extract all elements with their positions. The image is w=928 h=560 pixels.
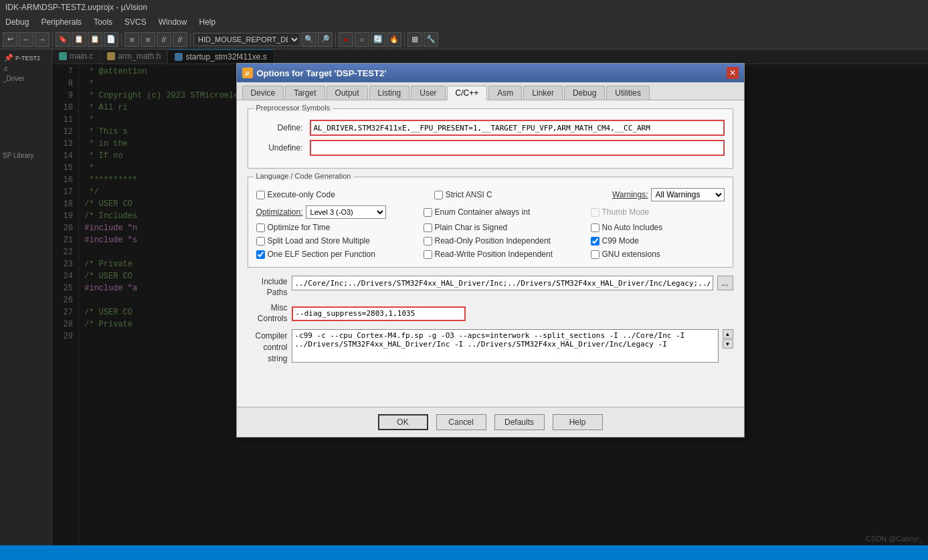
thumb-checkbox[interactable] (591, 208, 599, 217)
dialog-titlebar-left: µ Options for Target 'DSP-TEST2' (242, 68, 387, 78)
toolbar-back[interactable]: ← (19, 32, 33, 47)
warnings-select[interactable]: All Warnings No Warnings MISRA compatibl… (651, 188, 725, 201)
misc-row: Misc Controls (248, 303, 733, 324)
pin-icon: 📌 (4, 54, 13, 62)
toolbar-copy3[interactable]: 📄 (104, 32, 118, 47)
toolbar-sep-3 (190, 33, 191, 46)
enum-label: Enum Container always int (435, 207, 531, 217)
warnings-col: Warnings: All Warnings No Warnings MISRA… (612, 188, 725, 201)
compiler-scroll-up[interactable]: ▲ (723, 329, 733, 339)
opt-select[interactable]: Level 3 (-O3) Level 0 (-O0) Level 1 (-O1… (306, 205, 386, 219)
toolbar-search1[interactable]: 🔍 (302, 32, 316, 47)
menu-debug[interactable]: Debug (0, 17, 34, 27)
execute-only-row: Execute-only Code (256, 190, 429, 199)
gnu-checkbox[interactable] (591, 250, 599, 259)
tab-linker[interactable]: Linker (523, 86, 563, 100)
toolbar-forward[interactable]: → (35, 32, 50, 47)
read-write-label: Read-Write Position Independent (435, 250, 553, 259)
ok-button[interactable]: OK (378, 414, 428, 430)
tab-output[interactable]: Output (327, 86, 368, 100)
tab-listing[interactable]: Listing (369, 86, 410, 100)
opt-label: Optimization: (256, 207, 303, 217)
undefine-label: Undefine: (256, 143, 303, 153)
enum-col: Enum Container always int (424, 207, 585, 217)
opt-time-checkbox-row: Optimize for Time (256, 223, 418, 232)
toolbar-search2[interactable]: 🔎 (318, 32, 333, 47)
split-label: Split Load and Store Multiple (268, 236, 370, 246)
compiler-scroll-down[interactable]: ▼ (723, 339, 733, 349)
dialog-content: Preprocessor Symbols Define: Undefine: (237, 100, 744, 407)
undefine-field-container (310, 140, 725, 156)
toolbar-align1[interactable]: ≡ (124, 32, 139, 47)
plain-char-row: Plain Char is Signed (424, 223, 585, 232)
include-browse-button[interactable]: ... (717, 276, 733, 290)
menu-peripherals[interactable]: Peripherals (35, 17, 87, 27)
elf-row: One ELF Section per Function Read-Write … (256, 250, 725, 259)
toolbar-circle[interactable]: ○ (355, 32, 369, 47)
toolbar-align4[interactable]: // (173, 32, 187, 47)
misc-input[interactable] (292, 306, 466, 321)
opt-time-col: Optimize for Time (256, 223, 418, 232)
read-only-checkbox[interactable] (424, 237, 432, 246)
include-input[interactable] (292, 276, 713, 290)
preprocessor-label: Preprocessor Symbols (254, 104, 333, 112)
c99-checkbox[interactable] (591, 237, 599, 246)
no-auto-checkbox[interactable] (591, 223, 599, 232)
tab-debug[interactable]: Debug (564, 86, 605, 100)
enum-checkbox[interactable] (424, 208, 432, 217)
defaults-button[interactable]: Defaults (494, 414, 545, 430)
execute-only-checkbox[interactable] (256, 191, 265, 199)
tab-cpp[interactable]: C/C++ (447, 86, 488, 100)
gnu-row: GNU extensions (591, 250, 725, 259)
toolbar-copy1[interactable]: 📋 (72, 32, 86, 47)
compiler-input[interactable]: -c99 -c --cpu Cortex-M4.fp.sp -g -O3 --a… (292, 329, 719, 363)
elf-checkbox[interactable] (256, 250, 265, 259)
tab-asm[interactable]: Asm (488, 86, 522, 100)
sidebar-item-project[interactable]: 📌 P-TEST2 (0, 52, 52, 64)
plain-char-col: Plain Char is Signed (424, 223, 585, 232)
read-only-col: Read-Only Position Independent (424, 236, 585, 246)
toolbar-align2[interactable]: ≡ (141, 32, 155, 47)
dialog-close-button[interactable]: ✕ (727, 67, 739, 79)
menu-window[interactable]: Window (153, 17, 193, 27)
dialog-logo-icon: µ (242, 68, 253, 78)
menu-help[interactable]: Help (193, 17, 221, 27)
tab-device[interactable]: Device (242, 86, 284, 100)
toolbar-grid[interactable]: ▦ (407, 32, 422, 47)
toolbar-record[interactable]: ● (339, 32, 353, 47)
define-input[interactable] (311, 121, 723, 134)
toolbar-copy2[interactable]: 📋 (88, 32, 102, 47)
read-write-checkbox[interactable] (424, 250, 432, 259)
menu-svcs[interactable]: SVCS (119, 17, 152, 27)
tab-target[interactable]: Target (285, 86, 324, 100)
tab-utilities[interactable]: Utilities (606, 86, 650, 100)
c99-label: C99 Mode (602, 236, 639, 246)
toolbar-undo[interactable]: ↩ (3, 32, 17, 47)
opt-time-row: Optimize for Time Plain Char is Signed (256, 223, 725, 232)
optimization-row: Optimization: Level 3 (-O3) Level 0 (-O0… (256, 205, 725, 219)
menu-tools[interactable]: Tools (88, 17, 118, 27)
toolbar-refresh[interactable]: 🔄 (371, 32, 385, 47)
split-checkbox[interactable] (256, 237, 265, 246)
cancel-button[interactable]: Cancel (436, 414, 486, 430)
strict-ansi-checkbox[interactable] (434, 191, 443, 199)
undefine-input[interactable] (311, 141, 723, 155)
opt-time-checkbox[interactable] (256, 223, 265, 232)
toolbar-bookmark[interactable]: 🔖 (56, 32, 70, 47)
plain-char-checkbox[interactable] (424, 223, 432, 232)
dialog-titlebar: µ Options for Target 'DSP-TEST2' ✕ (237, 64, 744, 82)
toolbar-sep-5 (404, 33, 405, 46)
opt-col: Optimization: Level 3 (-O3) Level 0 (-O0… (256, 205, 418, 219)
toolbar-combo[interactable]: HID_MOUSE_REPORT_DESC (193, 33, 300, 46)
execute-only-label: Execute-only Code (268, 190, 335, 199)
split-col: Split Load and Store Multiple (256, 236, 418, 246)
toolbar-wrench[interactable]: 🔧 (424, 32, 438, 47)
toolbar-align3[interactable]: // (157, 32, 171, 47)
tab-user[interactable]: User (411, 86, 445, 100)
dialog-tabs: Device Target Output Listing User C/C++ … (237, 82, 744, 100)
split-row: Split Load and Store Multiple Read-Only … (256, 236, 725, 246)
toolbar-flame[interactable]: 🔥 (387, 32, 401, 47)
help-button[interactable]: Help (553, 414, 603, 430)
status-bar (0, 545, 928, 560)
options-dialog: µ Options for Target 'DSP-TEST2' ✕ Devic… (236, 63, 745, 438)
